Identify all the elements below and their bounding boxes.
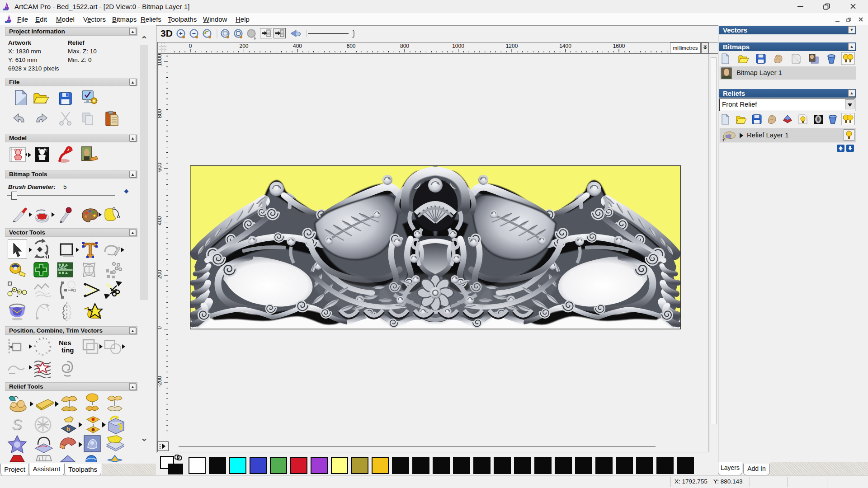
svg-text:x: x <box>42 337 44 340</box>
svg-text:+: + <box>722 137 725 143</box>
svg-text:-200: -200 <box>158 376 163 387</box>
svg-text:1400: 1400 <box>559 43 571 49</box>
svg-text:e: e <box>38 338 41 341</box>
svg-text:1000: 1000 <box>158 54 163 66</box>
svg-text:600: 600 <box>158 163 163 172</box>
svg-text:T: T <box>46 149 48 153</box>
svg-text:200: 200 <box>158 270 163 279</box>
svg-text:800: 800 <box>400 43 409 49</box>
svg-text:ABC: ABC <box>58 265 67 270</box>
svg-text:0: 0 <box>158 326 163 329</box>
svg-text:1600: 1600 <box>613 43 625 49</box>
svg-text:200: 200 <box>239 43 248 49</box>
svg-text:Nes: Nes <box>59 339 71 347</box>
svg-text:t: t <box>35 340 38 343</box>
svg-text:n: n <box>49 345 52 348</box>
svg-text:a: a <box>48 350 52 352</box>
svg-text:r: r <box>38 352 40 356</box>
svg-text:t: t <box>45 338 47 341</box>
svg-text:1000: 1000 <box>452 43 464 49</box>
svg-text:1200: 1200 <box>506 43 518 49</box>
svg-text:800: 800 <box>158 109 163 118</box>
svg-text:v: v <box>34 349 38 352</box>
svg-text:b: b <box>66 426 70 432</box>
svg-text:e: e <box>33 345 36 347</box>
svg-text:ting: ting <box>61 346 74 354</box>
svg-text:600: 600 <box>346 43 355 49</box>
svg-text:u: u <box>42 353 44 356</box>
svg-text:c: c <box>45 352 48 356</box>
svg-text:400: 400 <box>293 43 302 49</box>
svg-text:o: o <box>47 340 51 344</box>
svg-text:0: 0 <box>189 43 192 49</box>
svg-text:400: 400 <box>158 216 163 225</box>
